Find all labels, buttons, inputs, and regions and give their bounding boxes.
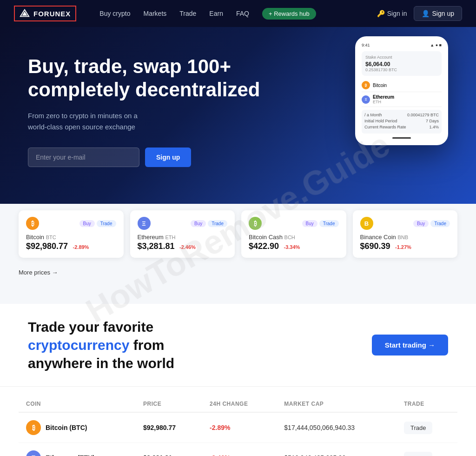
more-prices-label: More prices → [19, 269, 58, 276]
bnb-buy-button[interactable]: Buy [413, 220, 429, 227]
bch-price: $422.90 [249, 241, 279, 251]
col-coin: COIN [19, 396, 136, 412]
eth-table-mcap: $510,946,425,605.00 [277, 443, 397, 456]
trade-headline: Trade your favorite cryptocurrency from … [28, 318, 232, 372]
eth-card-top: Ξ Buy Trade [138, 217, 228, 230]
nav-markets[interactable]: Markets [143, 10, 166, 17]
phone-balance-sub: 0.25381730 BTC [365, 67, 438, 72]
phone-eth-ticker: ETH [373, 100, 394, 104]
eth-ticker: ETH [165, 235, 175, 240]
eth-row-coin: Ξ Ethereum (ETH) [19, 443, 136, 456]
phone-eth-row: Ξ Ethereum ETH [362, 92, 442, 107]
hero-title: Buy, trade, swap 100+completely decentra… [28, 55, 270, 102]
bch-buy-button[interactable]: Buy [302, 220, 317, 227]
hold-period-value: 7 Days [426, 119, 439, 123]
eth-table-name: Ethereum (ETH) [46, 454, 95, 456]
hero-signup-button[interactable]: Sign up [145, 148, 191, 167]
bnb-card-top: B Buy Trade [360, 217, 450, 230]
bch-price-row: $422.90 -3.34% [249, 241, 339, 251]
logo[interactable]: FORUNEX [14, 6, 76, 21]
bch-change: -3.34% [284, 244, 300, 250]
more-prices-link[interactable]: More prices → [19, 269, 457, 276]
btc-trade-button[interactable]: Trade [97, 220, 116, 227]
eth-table-trade-cell: Trade [397, 443, 457, 456]
phone-icons: ▲ ● ■ [430, 43, 442, 47]
phone-btc-name: Bitcoin [373, 83, 387, 88]
col-market-cap: MARKET CAP [277, 396, 397, 412]
phone-top-bar: 9:41 ▲ ● ■ [362, 43, 442, 47]
bch-card-icon: ₿ [249, 217, 262, 230]
logo-icon [20, 8, 30, 19]
bnb-card-icon: B [360, 217, 373, 230]
nav-trade[interactable]: Trade [179, 10, 196, 17]
hero-section: Buy, trade, swap 100+completely decentra… [0, 27, 476, 232]
rewards-rate-label: Current Rewards Rate [364, 125, 406, 129]
per-month-value: 0.00041279 BTC [407, 113, 439, 117]
bnb-trade-button[interactable]: Trade [430, 220, 450, 227]
bch-card-name: Bitcoin Cash BCH [249, 234, 339, 241]
hero-content: Buy, trade, swap 100+completely decentra… [28, 55, 270, 167]
eth-price: $3,281.81 [138, 241, 175, 251]
btc-price: $92,980.77 [26, 241, 68, 251]
btc-table-trade-button[interactable]: Trade [404, 422, 432, 434]
hold-period-label: Initial Hold Period [364, 119, 397, 123]
eth-card-actions: Buy Trade [191, 220, 227, 227]
bnb-card-name: Binance Coin BNB [360, 234, 450, 241]
signin-button[interactable]: 🔑 Sign in [377, 10, 407, 17]
btc-table-mcap: $17,444,050,066,940.33 [277, 412, 397, 443]
btc-card-icon: ₿ [26, 217, 39, 230]
eth-buy-button[interactable]: Buy [191, 220, 206, 227]
nav-faq[interactable]: FAQ [236, 10, 249, 17]
rewards-rate-value: 1.4% [429, 125, 439, 129]
btc-table-name: Bitcoin (BTC) [46, 424, 87, 431]
eth-table-icon: Ξ [26, 450, 41, 456]
phone-staking: / a Month 0.00041279 BTC Initial Hold Pe… [362, 110, 442, 134]
table-header: COIN PRICE 24H CHANGE MARKET CAP TRADE [19, 396, 457, 412]
bch-card-actions: Buy Trade [302, 220, 339, 227]
btc-buy-button[interactable]: Buy [79, 220, 95, 227]
nav-buy-crypto[interactable]: Buy crypto [99, 10, 130, 17]
staking-per-month: / a Month 0.00041279 BTC [364, 113, 439, 117]
signup-button[interactable]: 👤 Sign up [414, 6, 462, 21]
btc-row-coin: ₿ Bitcoin (BTC) [19, 412, 136, 443]
nav-earn[interactable]: Earn [209, 10, 223, 17]
btc-card-actions: Buy Trade [79, 220, 116, 227]
btc-table-change: -2.89% [202, 412, 277, 443]
btc-change: -2.89% [73, 244, 89, 250]
staking-rewards-rate: Current Rewards Rate 1.4% [364, 125, 439, 129]
col-price: PRICE [136, 396, 202, 412]
bnb-price: $690.39 [360, 241, 390, 251]
table-row: ₿ Bitcoin (BTC) $92,980.77 -2.89% $17,44… [19, 412, 457, 443]
eth-table-change: -2.46% [202, 443, 277, 456]
phone-mockup: 9:41 ▲ ● ■ Stake Account $6,064.00 0.253… [355, 36, 448, 145]
rewards-hub-button[interactable]: + Rewards hub [262, 8, 316, 20]
btc-table-icon: ₿ [26, 420, 41, 435]
start-trading-button[interactable]: Start trading → [372, 335, 448, 355]
btc-table-price: $92,980.77 [136, 412, 202, 443]
bnb-change: -1.27% [395, 244, 411, 250]
eth-price-row: $3,281.81 -2.46% [138, 241, 228, 251]
bch-ticker: BCH [284, 235, 295, 240]
col-change: 24H CHANGE [202, 396, 277, 412]
user-icon: 👤 [422, 10, 430, 17]
price-card-bch: ₿ Buy Trade Bitcoin Cash BCH $422.90 -3.… [241, 210, 346, 258]
eth-trade-button[interactable]: Trade [208, 220, 227, 227]
price-cards-section: ₿ Buy Trade Bitcoin BTC $92,980.77 -2.89… [0, 204, 476, 304]
table-body: ₿ Bitcoin (BTC) $92,980.77 -2.89% $17,44… [19, 412, 457, 456]
phone-indicator [362, 137, 442, 139]
bch-card-top: ₿ Buy Trade [249, 217, 339, 230]
brand-name: FORUNEX [33, 10, 71, 18]
bnb-card-actions: Buy Trade [413, 220, 450, 227]
phone-header: Stake Account $6,064.00 0.25381730 BTC [362, 51, 442, 76]
hero-form: Sign up [28, 148, 270, 167]
table-row: Ξ Ethereum (ETH) $3,281.81 -2.46% $510,9… [19, 443, 457, 456]
eth-card-name: Ethereum ETH [138, 234, 228, 241]
phone-time: 9:41 [362, 43, 370, 47]
bch-trade-button[interactable]: Trade [319, 220, 339, 227]
phone-eth-icon: Ξ [362, 95, 370, 104]
eth-table-trade-button[interactable]: Trade [404, 452, 432, 456]
stake-label: Stake Account [365, 55, 438, 60]
email-input[interactable] [28, 148, 139, 167]
hero-subtitle: From zero to crypto in minutes on aworld… [28, 110, 270, 133]
phone-eth-details: Ethereum ETH [373, 94, 394, 104]
